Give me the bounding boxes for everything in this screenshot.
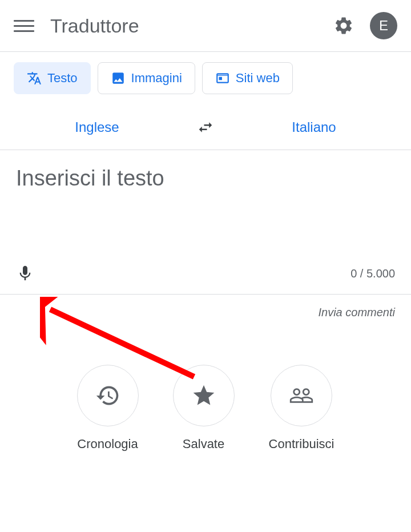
people-icon xyxy=(271,365,332,426)
avatar[interactable]: E xyxy=(370,12,397,39)
star-icon xyxy=(173,365,235,426)
feedback-link[interactable]: Invia commenti xyxy=(0,295,411,319)
tab-websites[interactable]: Siti web xyxy=(202,62,293,94)
history-button[interactable]: Cronologia xyxy=(77,365,139,452)
microphone-icon[interactable] xyxy=(16,264,34,283)
tab-text[interactable]: Testo xyxy=(14,62,91,94)
source-language-button[interactable]: Inglese xyxy=(0,119,194,135)
contribute-button[interactable]: Contribuisci xyxy=(269,365,335,452)
contribute-label: Contribuisci xyxy=(269,437,335,452)
tab-images-label: Immagini xyxy=(131,71,182,86)
image-icon xyxy=(111,71,126,86)
language-bar: Inglese Italiano xyxy=(0,104,411,150)
target-language-button[interactable]: Italiano xyxy=(217,119,411,135)
history-icon xyxy=(77,365,139,426)
tab-images[interactable]: Immagini xyxy=(98,62,195,94)
bottom-actions: Cronologia Salvate Contribuisci xyxy=(0,365,411,452)
saved-label: Salvate xyxy=(183,437,224,452)
menu-icon[interactable] xyxy=(14,15,34,36)
gear-icon[interactable] xyxy=(333,15,354,36)
app-title: Traduttore xyxy=(50,15,333,37)
history-label: Cronologia xyxy=(77,437,138,452)
header: Traduttore E xyxy=(0,0,411,51)
saved-button[interactable]: Salvate xyxy=(173,365,235,452)
translate-icon xyxy=(27,71,42,86)
input-bottom-bar: 0 / 5.000 xyxy=(0,264,411,294)
character-count: 0 / 5.000 xyxy=(350,267,395,280)
tab-text-label: Testo xyxy=(47,71,78,86)
text-input-area[interactable]: Inserisci il testo xyxy=(0,150,411,264)
swap-icon[interactable] xyxy=(194,116,217,139)
tabs: Testo Immagini Siti web xyxy=(0,52,411,104)
tab-websites-label: Siti web xyxy=(236,71,280,86)
web-icon xyxy=(215,71,230,86)
avatar-letter: E xyxy=(379,18,388,34)
input-placeholder: Inserisci il testo xyxy=(16,166,395,191)
